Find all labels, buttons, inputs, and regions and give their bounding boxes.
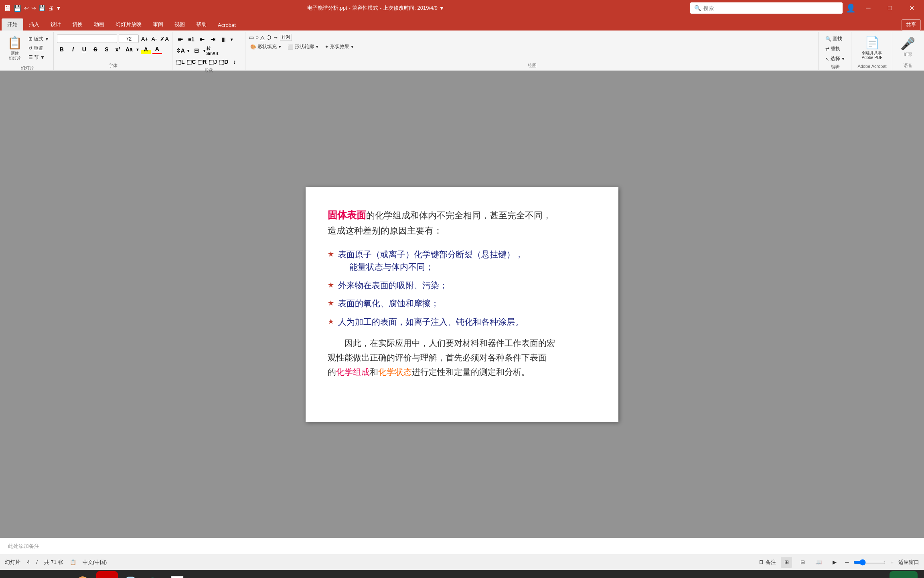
taskbar-jps[interactable]: JpS (96, 571, 118, 578)
shape-arrow[interactable]: → (273, 34, 278, 41)
align-center-btn[interactable]: ⬚C (186, 57, 196, 67)
decrease-font-btn[interactable]: A- (150, 35, 158, 43)
outline-icon: 📋 (70, 559, 76, 565)
layout-icon: ⊞ (28, 36, 32, 42)
share-btn[interactable]: 共享 (902, 19, 921, 31)
zoom-slider[interactable] (853, 559, 886, 566)
ribbon-tabs: 开始 插入 设计 切换 动画 幻灯片放映 审阅 视图 帮助 Acrobat 共享 (0, 16, 924, 31)
fontcase-arrow[interactable]: ▼ (136, 47, 140, 52)
slideshow-btn[interactable]: ▶ (829, 557, 840, 568)
search-input[interactable] (703, 5, 839, 11)
justify-btn[interactable]: ⬚J (208, 57, 218, 67)
star-icon-2: ★ (328, 280, 334, 291)
highlight-btn[interactable]: A (141, 45, 151, 54)
new-slide-btn[interactable]: 📋 新建幻灯片 (4, 32, 25, 64)
linespace-btn[interactable]: ↕ (230, 57, 239, 67)
shape-outline-btn[interactable]: ⬜ 形状轮廓▼ (286, 43, 321, 51)
bullets-btn[interactable]: ≡• (176, 35, 185, 44)
strikethrough-btn[interactable]: S (91, 45, 100, 54)
fontcolor-btn[interactable]: A (152, 45, 162, 54)
customize-btn[interactable]: ▼ (56, 5, 61, 11)
create-pdf-btn[interactable]: 📄 创建并共享Adobe PDF (859, 32, 886, 63)
zoom-out-btn[interactable]: ─ (845, 559, 849, 565)
maximize-btn[interactable]: □ (881, 0, 899, 16)
shape-2[interactable]: ○ (255, 34, 259, 41)
clear-format-btn[interactable]: ✗A (159, 35, 169, 43)
ai-icon[interactable]: Ai (890, 571, 918, 578)
reset-btn[interactable]: ↺ 重置 (27, 44, 51, 53)
align-text-btn[interactable]: ⊟ (192, 46, 201, 55)
indent-decrease-btn[interactable]: ⇤ (197, 35, 207, 44)
shadow-btn[interactable]: S (102, 45, 111, 54)
tab-insert[interactable]: 插入 (23, 18, 45, 31)
drawing-actions: 🎨 形状填充▼ ⬜ 形状轮廓▼ ✦ 形状效果▼ (249, 43, 816, 51)
normal-view-btn[interactable]: ⊞ (781, 557, 792, 568)
tab-review[interactable]: 审阅 (147, 18, 169, 31)
fontcase-btn[interactable]: Aa (124, 45, 134, 54)
save-btn2[interactable]: 💾 (38, 5, 45, 11)
tab-home[interactable]: 开始 (2, 18, 23, 31)
reading-view-btn[interactable]: 📖 (813, 557, 824, 568)
cols-btn[interactable]: ⫼ (219, 35, 229, 44)
slide-footer: 因此，在实际应用中，人们要对材料和器件工作表面的宏 观性能做出正确的评价与理解，… (328, 336, 596, 379)
dropdown-arrow[interactable]: ▼ (439, 5, 444, 11)
numbering-btn[interactable]: ≡1 (186, 35, 196, 44)
language-label[interactable]: 中文(中国) (83, 559, 107, 566)
col-distribute-btn[interactable]: ⬚D (219, 57, 229, 67)
slide-sorter-btn[interactable]: ⊟ (797, 557, 808, 568)
notes-area[interactable]: 此处添加备注 (0, 538, 924, 554)
taskbar-video[interactable]: ▶ (26, 571, 48, 578)
search-bar[interactable]: 🔍 (690, 2, 843, 14)
notes-toggle-btn[interactable]: 🗒 备注 (759, 559, 776, 566)
shape-3[interactable]: △ (260, 34, 265, 41)
undo-btn[interactable]: ↩ (24, 5, 29, 11)
select-btn[interactable]: ↖ 选择 ▼ (824, 55, 847, 63)
tab-acrobat[interactable]: Acrobat (212, 20, 241, 31)
minimize-btn[interactable]: ─ (859, 0, 877, 16)
underline-btn[interactable]: U (79, 45, 89, 54)
slide-canvas[interactable]: 固体表面的化学组成和体内不完全相同，甚至完全不同， 造成这种差别的原因主要有： … (306, 187, 618, 422)
section-btn[interactable]: ☰ 节 ▼ (27, 53, 51, 62)
taskbar-gem[interactable]: 💎 (120, 571, 141, 578)
shape-effect-btn[interactable]: ✦ 形状效果▼ (323, 43, 356, 51)
quick-save[interactable]: 💾 (14, 4, 22, 12)
tab-view[interactable]: 视图 (169, 18, 190, 31)
tab-help[interactable]: 帮助 (190, 18, 212, 31)
print-btn[interactable]: 🖨 (48, 5, 53, 11)
align-right-btn[interactable]: ⬚R (197, 57, 207, 67)
taskbar-map[interactable]: 🗺 (143, 571, 164, 578)
superscript-btn[interactable]: x² (113, 45, 123, 54)
taskbar-ppt[interactable]: 📊 (166, 571, 188, 578)
increase-font-btn[interactable]: A+ (140, 35, 149, 43)
taskbar-files[interactable]: 📁 (50, 571, 71, 578)
text-direction-btn[interactable]: ⇕A (176, 46, 185, 55)
tab-transitions[interactable]: 切换 (67, 18, 88, 31)
zoom-in-btn[interactable]: + (890, 559, 894, 565)
shape-4[interactable]: ⬡ (266, 34, 271, 41)
redo-btn[interactable]: ↪ (31, 5, 36, 11)
close-btn[interactable]: ✕ (902, 0, 921, 16)
tab-design[interactable]: 设计 (45, 18, 67, 31)
shape-1[interactable]: ▭ (249, 34, 254, 41)
replace-btn[interactable]: ⇄ 替换 (824, 45, 847, 53)
shape-fill-btn[interactable]: 🎨 形状填充▼ (249, 43, 284, 51)
tab-animations[interactable]: 动画 (88, 18, 110, 31)
cols-arrow[interactable]: ▼ (230, 37, 234, 42)
align-left-btn[interactable]: ⬚L (176, 57, 185, 67)
shapes-more-btn[interactable]: 排列 (280, 34, 292, 41)
bullet-4-text: 人为加工的表面，如离子注入、钝化和各种涂层。 (338, 315, 523, 328)
font-size-input[interactable] (119, 35, 139, 43)
bold-btn[interactable]: B (57, 45, 67, 54)
taskbar-art[interactable]: 🎨 (73, 571, 95, 578)
footer-line2: 观性能做出正确的评价与理解，首先必须对各种条件下表面 (328, 353, 547, 362)
tab-slideshow[interactable]: 幻灯片放映 (110, 18, 147, 31)
find-btn[interactable]: 🔍 查找 (824, 35, 847, 43)
italic-btn[interactable]: I (68, 45, 78, 54)
font-name-input[interactable] (57, 35, 117, 43)
read-aloud-btn[interactable]: 🎤 听写 (897, 32, 918, 62)
smartart-btn[interactable]: 转SmArt (208, 46, 217, 55)
taskbar-windows[interactable]: ⊞ (3, 571, 25, 578)
indent-increase-btn[interactable]: ⇥ (208, 35, 218, 44)
account-icon[interactable]: 👤 (846, 3, 856, 13)
layout-btn[interactable]: ⊞ 版式 ▼ (27, 35, 51, 43)
